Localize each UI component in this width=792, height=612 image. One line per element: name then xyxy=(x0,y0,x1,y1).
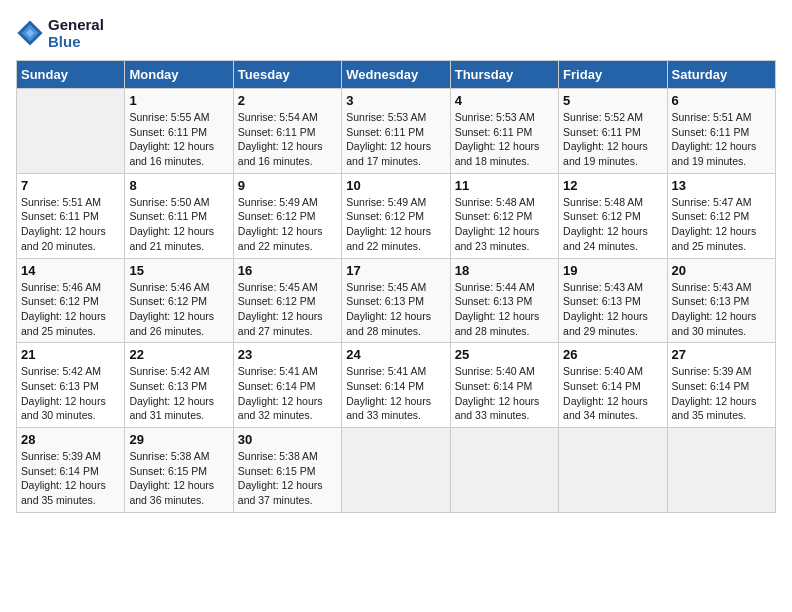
day-number: 22 xyxy=(129,347,228,362)
header-saturday: Saturday xyxy=(667,61,775,89)
day-number: 1 xyxy=(129,93,228,108)
calendar-cell: 15Sunrise: 5:46 AM Sunset: 6:12 PM Dayli… xyxy=(125,258,233,343)
day-info: Sunrise: 5:46 AM Sunset: 6:12 PM Dayligh… xyxy=(21,280,120,339)
header-wednesday: Wednesday xyxy=(342,61,450,89)
day-number: 16 xyxy=(238,263,337,278)
calendar-cell: 13Sunrise: 5:47 AM Sunset: 6:12 PM Dayli… xyxy=(667,173,775,258)
day-number: 7 xyxy=(21,178,120,193)
day-info: Sunrise: 5:43 AM Sunset: 6:13 PM Dayligh… xyxy=(672,280,771,339)
day-info: Sunrise: 5:41 AM Sunset: 6:14 PM Dayligh… xyxy=(238,364,337,423)
day-number: 10 xyxy=(346,178,445,193)
calendar-cell: 16Sunrise: 5:45 AM Sunset: 6:12 PM Dayli… xyxy=(233,258,341,343)
calendar-cell: 18Sunrise: 5:44 AM Sunset: 6:13 PM Dayli… xyxy=(450,258,558,343)
day-info: Sunrise: 5:50 AM Sunset: 6:11 PM Dayligh… xyxy=(129,195,228,254)
day-number: 28 xyxy=(21,432,120,447)
day-info: Sunrise: 5:53 AM Sunset: 6:11 PM Dayligh… xyxy=(346,110,445,169)
day-info: Sunrise: 5:41 AM Sunset: 6:14 PM Dayligh… xyxy=(346,364,445,423)
day-number: 15 xyxy=(129,263,228,278)
calendar-cell: 5Sunrise: 5:52 AM Sunset: 6:11 PM Daylig… xyxy=(559,89,667,174)
day-number: 29 xyxy=(129,432,228,447)
calendar-week-2: 7Sunrise: 5:51 AM Sunset: 6:11 PM Daylig… xyxy=(17,173,776,258)
day-info: Sunrise: 5:44 AM Sunset: 6:13 PM Dayligh… xyxy=(455,280,554,339)
calendar-cell xyxy=(667,428,775,513)
day-number: 3 xyxy=(346,93,445,108)
calendar-table: SundayMondayTuesdayWednesdayThursdayFrid… xyxy=(16,60,776,513)
calendar-cell xyxy=(559,428,667,513)
header: General Blue xyxy=(16,16,776,50)
day-number: 23 xyxy=(238,347,337,362)
calendar-cell: 1Sunrise: 5:55 AM Sunset: 6:11 PM Daylig… xyxy=(125,89,233,174)
calendar-cell: 2Sunrise: 5:54 AM Sunset: 6:11 PM Daylig… xyxy=(233,89,341,174)
day-info: Sunrise: 5:38 AM Sunset: 6:15 PM Dayligh… xyxy=(238,449,337,508)
day-number: 9 xyxy=(238,178,337,193)
day-number: 26 xyxy=(563,347,662,362)
day-info: Sunrise: 5:48 AM Sunset: 6:12 PM Dayligh… xyxy=(455,195,554,254)
calendar-cell: 14Sunrise: 5:46 AM Sunset: 6:12 PM Dayli… xyxy=(17,258,125,343)
day-number: 2 xyxy=(238,93,337,108)
calendar-cell: 30Sunrise: 5:38 AM Sunset: 6:15 PM Dayli… xyxy=(233,428,341,513)
day-info: Sunrise: 5:51 AM Sunset: 6:11 PM Dayligh… xyxy=(21,195,120,254)
day-number: 11 xyxy=(455,178,554,193)
header-sunday: Sunday xyxy=(17,61,125,89)
calendar-cell: 23Sunrise: 5:41 AM Sunset: 6:14 PM Dayli… xyxy=(233,343,341,428)
day-info: Sunrise: 5:46 AM Sunset: 6:12 PM Dayligh… xyxy=(129,280,228,339)
calendar-cell: 10Sunrise: 5:49 AM Sunset: 6:12 PM Dayli… xyxy=(342,173,450,258)
day-number: 21 xyxy=(21,347,120,362)
day-number: 6 xyxy=(672,93,771,108)
day-info: Sunrise: 5:45 AM Sunset: 6:12 PM Dayligh… xyxy=(238,280,337,339)
calendar-cell: 3Sunrise: 5:53 AM Sunset: 6:11 PM Daylig… xyxy=(342,89,450,174)
calendar-cell xyxy=(450,428,558,513)
calendar-week-4: 21Sunrise: 5:42 AM Sunset: 6:13 PM Dayli… xyxy=(17,343,776,428)
day-info: Sunrise: 5:40 AM Sunset: 6:14 PM Dayligh… xyxy=(563,364,662,423)
calendar-cell xyxy=(17,89,125,174)
calendar-cell: 29Sunrise: 5:38 AM Sunset: 6:15 PM Dayli… xyxy=(125,428,233,513)
day-number: 4 xyxy=(455,93,554,108)
header-monday: Monday xyxy=(125,61,233,89)
calendar-cell: 28Sunrise: 5:39 AM Sunset: 6:14 PM Dayli… xyxy=(17,428,125,513)
day-info: Sunrise: 5:49 AM Sunset: 6:12 PM Dayligh… xyxy=(346,195,445,254)
day-info: Sunrise: 5:52 AM Sunset: 6:11 PM Dayligh… xyxy=(563,110,662,169)
day-info: Sunrise: 5:53 AM Sunset: 6:11 PM Dayligh… xyxy=(455,110,554,169)
calendar-week-5: 28Sunrise: 5:39 AM Sunset: 6:14 PM Dayli… xyxy=(17,428,776,513)
day-number: 13 xyxy=(672,178,771,193)
logo-icon xyxy=(16,19,44,47)
day-info: Sunrise: 5:43 AM Sunset: 6:13 PM Dayligh… xyxy=(563,280,662,339)
calendar-cell: 11Sunrise: 5:48 AM Sunset: 6:12 PM Dayli… xyxy=(450,173,558,258)
calendar-cell: 22Sunrise: 5:42 AM Sunset: 6:13 PM Dayli… xyxy=(125,343,233,428)
day-info: Sunrise: 5:47 AM Sunset: 6:12 PM Dayligh… xyxy=(672,195,771,254)
day-number: 12 xyxy=(563,178,662,193)
day-info: Sunrise: 5:55 AM Sunset: 6:11 PM Dayligh… xyxy=(129,110,228,169)
calendar-cell: 12Sunrise: 5:48 AM Sunset: 6:12 PM Dayli… xyxy=(559,173,667,258)
day-info: Sunrise: 5:39 AM Sunset: 6:14 PM Dayligh… xyxy=(672,364,771,423)
calendar-cell: 26Sunrise: 5:40 AM Sunset: 6:14 PM Dayli… xyxy=(559,343,667,428)
day-number: 25 xyxy=(455,347,554,362)
day-number: 24 xyxy=(346,347,445,362)
calendar-cell: 24Sunrise: 5:41 AM Sunset: 6:14 PM Dayli… xyxy=(342,343,450,428)
day-info: Sunrise: 5:48 AM Sunset: 6:12 PM Dayligh… xyxy=(563,195,662,254)
header-thursday: Thursday xyxy=(450,61,558,89)
calendar-header-row: SundayMondayTuesdayWednesdayThursdayFrid… xyxy=(17,61,776,89)
calendar-week-1: 1Sunrise: 5:55 AM Sunset: 6:11 PM Daylig… xyxy=(17,89,776,174)
day-info: Sunrise: 5:51 AM Sunset: 6:11 PM Dayligh… xyxy=(672,110,771,169)
header-tuesday: Tuesday xyxy=(233,61,341,89)
day-number: 5 xyxy=(563,93,662,108)
calendar-cell: 4Sunrise: 5:53 AM Sunset: 6:11 PM Daylig… xyxy=(450,89,558,174)
calendar-cell: 9Sunrise: 5:49 AM Sunset: 6:12 PM Daylig… xyxy=(233,173,341,258)
day-info: Sunrise: 5:49 AM Sunset: 6:12 PM Dayligh… xyxy=(238,195,337,254)
day-info: Sunrise: 5:40 AM Sunset: 6:14 PM Dayligh… xyxy=(455,364,554,423)
day-number: 18 xyxy=(455,263,554,278)
calendar-cell: 21Sunrise: 5:42 AM Sunset: 6:13 PM Dayli… xyxy=(17,343,125,428)
day-number: 8 xyxy=(129,178,228,193)
day-info: Sunrise: 5:42 AM Sunset: 6:13 PM Dayligh… xyxy=(21,364,120,423)
calendar-week-3: 14Sunrise: 5:46 AM Sunset: 6:12 PM Dayli… xyxy=(17,258,776,343)
calendar-cell: 19Sunrise: 5:43 AM Sunset: 6:13 PM Dayli… xyxy=(559,258,667,343)
logo: General Blue xyxy=(16,16,104,50)
day-number: 14 xyxy=(21,263,120,278)
day-number: 30 xyxy=(238,432,337,447)
day-info: Sunrise: 5:39 AM Sunset: 6:14 PM Dayligh… xyxy=(21,449,120,508)
calendar-cell: 17Sunrise: 5:45 AM Sunset: 6:13 PM Dayli… xyxy=(342,258,450,343)
day-number: 27 xyxy=(672,347,771,362)
calendar-cell: 27Sunrise: 5:39 AM Sunset: 6:14 PM Dayli… xyxy=(667,343,775,428)
day-number: 19 xyxy=(563,263,662,278)
day-number: 20 xyxy=(672,263,771,278)
